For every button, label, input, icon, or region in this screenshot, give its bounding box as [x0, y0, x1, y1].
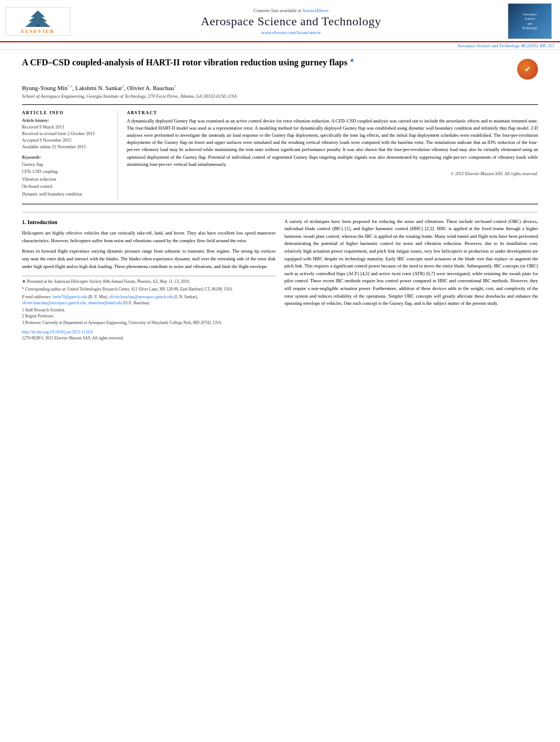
journal-thumb-text: Aerospace Science and Technology	[521, 11, 539, 32]
footnote-emails: E-mail addresses: bmin76@gatech.edu (B.-…	[22, 294, 276, 300]
intro-para2: Rotors in forward flight experience vary…	[22, 248, 276, 270]
keywords-label: Keywords:	[22, 155, 112, 160]
section-divider	[22, 212, 538, 213]
received-revised-line: Received in revised form 2 October 2015	[22, 131, 112, 137]
keyword-5: Dynamic wall boundary condition	[22, 191, 112, 198]
intro-para1: Helicopters are highly effective vehicle…	[22, 230, 276, 244]
author3: Olivier A. Bauchau	[127, 85, 173, 91]
paper-body: A CFD–CSD coupled-analysis of HART-II ro…	[0, 50, 560, 348]
email2-name: (L.N. Sankar),	[174, 294, 198, 299]
title-section: A CFD–CSD coupled-analysis of HART-II ro…	[22, 57, 538, 80]
elsevier-tree-icon	[19, 9, 57, 28]
article-info: ARTICLE INFO Article history: Received 9…	[22, 110, 118, 198]
title-star: ★	[350, 58, 354, 63]
journal-ref-line: Aerospace Science and Technology 48 (201…	[0, 42, 560, 50]
two-column-body: 1. Introduction Helicopters are highly e…	[22, 218, 538, 342]
footnote-sup1: 1 Staff Research Scientist.	[22, 307, 276, 313]
journal-thumbnail-area: Aerospace Science and Technology	[505, 3, 555, 39]
journal-thumbnail: Aerospace Science and Technology	[508, 3, 552, 39]
keyword-1: Gurney flap	[22, 161, 112, 169]
footnote-sup3: 3 Professor. Currently at Department of …	[22, 320, 276, 326]
journal-title-area: Contents lists available at ScienceDirec…	[77, 8, 505, 35]
email2[interactable]: olivier.bauchau@aerospace.gatech.edu	[109, 294, 173, 299]
available-line: Available online 21 November 2015	[22, 144, 112, 150]
footnote-star: ★ Presented at the American Helicopter S…	[22, 278, 276, 284]
crossmark-badge: ✓	[517, 59, 538, 80]
email3[interactable]: olivier.bauchau@aerospace.gatech.edu, ob…	[22, 300, 122, 305]
abstract-body: A dynamically deployed Gurney flap was e…	[127, 118, 538, 168]
elsevier-logo-area: ELSEVIER	[5, 7, 77, 36]
right-para1: A variety of techniques have been propos…	[284, 218, 538, 308]
author1: Byung-Young Min	[22, 85, 68, 91]
article-columns: ARTICLE INFO Article history: Received 9…	[22, 104, 538, 204]
journal-title: Aerospace Science and Technology	[82, 14, 500, 29]
keyword-3: Vibration reduction	[22, 176, 112, 183]
footnote-corr: * Corresponding author at: United Techno…	[22, 286, 276, 292]
issn-line: 1270-9638/© 2015 Elsevier Masson SAS. Al…	[22, 335, 276, 342]
received-line: Received 9 March 2013	[22, 124, 112, 131]
keyword-2: CFD–CSD coupling	[22, 168, 112, 176]
author2: Lakshmi N. Sankar	[75, 85, 122, 91]
email-label: E-mail addresses:	[22, 294, 52, 299]
svg-rect-2	[36, 25, 40, 27]
sciencedirect-link[interactable]: ScienceDirect	[303, 8, 329, 13]
abstract-label: ABSTRACT	[127, 110, 538, 115]
history-label: Article history:	[22, 118, 112, 123]
keywords-list: Gurney flap CFD–CSD coupling Vibration r…	[22, 161, 112, 198]
paper-title: A CFD–CSD coupled-analysis of HART-II ro…	[22, 57, 360, 69]
right-column: A variety of techniques have been propos…	[284, 218, 538, 342]
email3-paren: (O.A. Bauchau).	[123, 300, 150, 305]
elsevier-logo: ELSEVIER	[5, 7, 70, 36]
journal-url[interactable]: www.elsevier.com/locate/aescte	[82, 30, 500, 35]
paper-title-text: A CFD–CSD coupled-analysis of HART-II ro…	[22, 57, 360, 69]
footnote-section: ★ Presented at the American Helicopter S…	[22, 276, 276, 342]
email1-name: (B.-Y. Min),	[88, 294, 108, 299]
left-column: 1. Introduction Helicopters are highly e…	[22, 218, 276, 342]
accepted-line: Accepted 9 November 2015	[22, 137, 112, 144]
author2-sup: 2	[122, 84, 124, 88]
footnote-email3: olivier.bauchau@aerospace.gatech.edu, ob…	[22, 300, 276, 306]
author1-sup: *,1	[68, 84, 72, 88]
footnote-sup2: 2 Regent Professor.	[22, 313, 276, 319]
affiliation-line: School of Aerospace Engineering, Georgia…	[22, 93, 538, 99]
journal-header: ELSEVIER Contents lists available at Sci…	[0, 0, 560, 42]
title-text: A CFD–CSD coupled-analysis of HART-II ro…	[22, 58, 348, 67]
copyright-line: © 2015 Elsevier Masson SAS. All rights r…	[127, 171, 538, 176]
contents-line: Contents lists available at ScienceDirec…	[82, 8, 500, 13]
keyword-4: On-board control	[22, 183, 112, 191]
doi-line[interactable]: http://dx.doi.org/10.1016/j.ast.2015.11.…	[22, 329, 276, 336]
intro-heading: 1. Introduction	[22, 218, 276, 227]
article-info-label: ARTICLE INFO	[22, 110, 112, 115]
email1[interactable]: bmin76@gatech.edu	[53, 294, 87, 299]
elsevier-text: ELSEVIER	[21, 29, 55, 34]
abstract-section: ABSTRACT A dynamically deployed Gurney f…	[127, 110, 538, 198]
crossmark-icon: ✓	[524, 65, 531, 74]
author3-sup: 3	[174, 84, 176, 88]
authors-line: Byung-Young Min*,1, Lakshmi N. Sankar2, …	[22, 84, 538, 91]
